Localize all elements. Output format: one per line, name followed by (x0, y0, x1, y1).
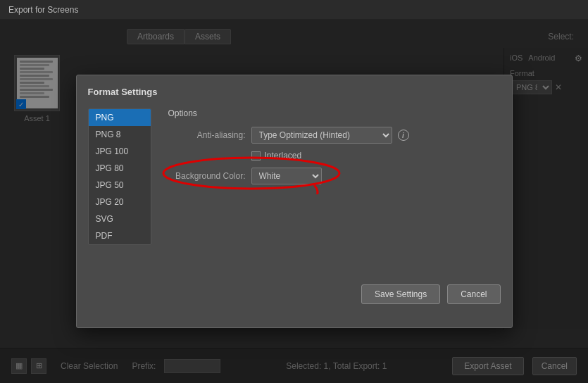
bg-color-select[interactable]: White None Black Custom (251, 168, 322, 184)
anti-aliasing-row: Anti-aliasing: Type Optimized (Hinted) A… (168, 127, 495, 144)
info-icon[interactable]: i (398, 130, 409, 141)
anti-aliasing-label: Anti-aliasing: (168, 130, 246, 140)
interlaced-row: Interlaced (251, 151, 495, 161)
main-area: Artboards Assets Select: (0, 20, 588, 383)
app-title: Export for Screens (8, 5, 78, 15)
modal-title: Format Settings (88, 87, 501, 97)
format-list: PNG PNG 8 JPG 100 JPG 80 JPG 50 JPG 20 S… (88, 108, 151, 245)
bg-color-label: Background Color: (168, 171, 246, 181)
modal-body: PNG PNG 8 JPG 100 JPG 80 JPG 50 JPG 20 S… (88, 108, 501, 245)
format-item-pdf[interactable]: PDF (89, 227, 151, 244)
options-title: Options (168, 108, 495, 118)
modal-overlay: Format Settings PNG PNG 8 JPG 100 JPG 80… (0, 20, 588, 383)
top-bar: Export for Screens (0, 0, 588, 20)
format-item-jpg50[interactable]: JPG 50 (89, 177, 151, 194)
format-item-jpg20[interactable]: JPG 20 (89, 194, 151, 211)
format-item-png[interactable]: PNG (89, 109, 151, 126)
interlaced-checkbox[interactable] (251, 151, 261, 161)
format-item-jpg80[interactable]: JPG 80 (89, 160, 151, 177)
format-settings-modal: Format Settings PNG PNG 8 JPG 100 JPG 80… (76, 75, 513, 328)
format-item-svg[interactable]: SVG (89, 211, 151, 227)
options-panel: Options Anti-aliasing: Type Optimized (H… (163, 108, 501, 245)
save-settings-button[interactable]: Save Settings (361, 284, 440, 304)
modal-footer: Save Settings Cancel (88, 273, 501, 304)
bg-color-row: Background Color: White None Black Custo… (168, 168, 495, 184)
modal-cancel-button[interactable]: Cancel (447, 284, 500, 304)
anti-aliasing-select[interactable]: Type Optimized (Hinted) Art Optimized No… (251, 127, 392, 144)
format-item-png8[interactable]: PNG 8 (89, 126, 151, 143)
format-item-jpg100[interactable]: JPG 100 (89, 143, 151, 160)
interlaced-label: Interlaced (265, 151, 302, 161)
